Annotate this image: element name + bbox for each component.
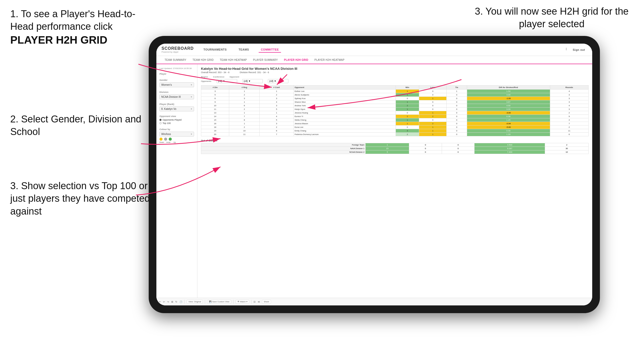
instruction-step3-left: 3. Show selection vs Top 100 or just pla… xyxy=(10,180,154,218)
sub-nav-player-summary[interactable]: PLAYER SUMMARY xyxy=(250,57,281,62)
radio-top100[interactable]: Top 100 xyxy=(159,122,194,124)
out-of-division: Out of division Foreign Team 1 0 0 4.500… xyxy=(201,139,589,154)
out-of-division-title: Out of division xyxy=(201,139,589,142)
sidebar-gender-select[interactable]: Women's xyxy=(159,82,194,87)
sub-nav-player-h2h-heatmap[interactable]: PLAYER H2H HEATMAP xyxy=(311,57,347,62)
opponents-label: Opponents: xyxy=(201,80,212,82)
opponent-select[interactable]: (All) ▼ xyxy=(268,79,288,83)
sidebar-division-select[interactable]: NCAA Division III xyxy=(159,94,194,99)
col-opponent: Opponent xyxy=(293,85,396,90)
toolbar-sep2 xyxy=(205,300,205,304)
col-win: Win xyxy=(396,85,419,90)
filter-opponent-label: Opponent xyxy=(229,76,239,78)
sign-out-btn[interactable]: Sign out xyxy=(571,47,587,52)
sub-nav-team-h2h-grid[interactable]: TEAM H2H GRID xyxy=(189,57,217,62)
sidebar-player-rank-label: Player (Rank) xyxy=(159,103,194,105)
table-row: 14 7 4 Eunice Yi 2 2 0 0.38 9 xyxy=(201,115,589,118)
colour-dots xyxy=(159,138,194,141)
col-rounds: Rounds xyxy=(550,85,588,90)
sidebar-division-section: Division NCAA Division III xyxy=(159,91,194,99)
ood-row: Foreign Team 1 0 0 4.500 2 xyxy=(201,143,589,147)
sub-nav: TEAM SUMMARY TEAM H2H GRID TEAM H2H HEAT… xyxy=(156,56,592,64)
legend-level: Level xyxy=(166,141,170,143)
toolbar-expand[interactable]: ⊡ xyxy=(254,301,256,303)
timestamp: Last Updated: 27/03/2024 16:55:38 xyxy=(159,67,194,70)
sub-nav-team-h2h-heatmap[interactable]: TEAM H2H HEATMAP xyxy=(217,57,250,62)
filter-selects-row: Opponents: (All) ▼ (All) ▼ (All) ▼ xyxy=(201,79,589,83)
toolbar-sep3 xyxy=(233,300,234,304)
radio-selected-icon xyxy=(159,119,162,121)
radio-top100-label: Top 100 xyxy=(163,122,171,124)
table-row: 11 2 5 Heejo Hyun 1 0 0 3.33 3 xyxy=(201,108,589,111)
sidebar-colour-label: Colour by xyxy=(159,128,194,131)
table-row: 13 1 1 Jessica Huang 0 1 0 -3.00 2 xyxy=(201,111,589,115)
col-conf: # Conf xyxy=(260,85,293,90)
filter-opponent: Opponent xyxy=(229,76,239,78)
nav-committee[interactable]: COMMITTEE xyxy=(259,47,281,53)
app-content: SCOREBOARD Powered by clippd TOURNAMENTS… xyxy=(156,44,592,305)
tablet-screen: SCOREBOARD Powered by clippd TOURNAMENTS… xyxy=(156,44,592,305)
top-nav: SCOREBOARD Powered by clippd TOURNAMENTS… xyxy=(156,44,592,56)
logo-text: SCOREBOARD xyxy=(162,46,194,51)
table-row: 20 11 7 Federica Domecq Lacroze 2 1 0 1.… xyxy=(201,133,589,136)
tablet-device: SCOREBOARD Powered by clippd TOURNAMENTS… xyxy=(149,36,600,313)
instruction-step3-right: 3. You will now see H2H grid for the pla… xyxy=(475,5,629,31)
ood-table: Foreign Team 1 0 0 4.500 2 NAIA Division… xyxy=(201,143,589,154)
division-record: Division Record: 331 - 34 - 6 xyxy=(240,71,269,74)
instruction-step1: 1. To see a Player's Head-to-Head perfor… xyxy=(10,8,154,47)
records-row: Overall Record: 353 - 34 - 6 Division Re… xyxy=(201,71,589,74)
table-row: 9 1 4 Sharon Mun 1 0 0 3.67 3 xyxy=(201,100,589,104)
nav-teams[interactable]: TEAMS xyxy=(236,47,251,53)
sidebar-player-rank-section: Player (Rank) 8. Katelyn Vo xyxy=(159,103,194,111)
data-area: Katelyn Vo Head-to-Head Grid for Women's… xyxy=(197,64,592,305)
toolbar-sep4 xyxy=(251,300,251,304)
col-div: # Div xyxy=(201,85,229,90)
main-table: # Div # Reg # Conf Opponent Win Loss Tie… xyxy=(201,85,589,136)
radio-opponents-played[interactable]: Opponents Played xyxy=(159,119,194,121)
bottom-toolbar: ↩ ↩ ↪ ⊞ ↻ 🕐 View: Original 💾 Save Custom… xyxy=(197,298,592,305)
toolbar-view-original[interactable]: View: Original xyxy=(197,300,203,304)
ood-body: Foreign Team 1 0 0 4.500 2 NAIA Division… xyxy=(201,143,589,154)
region-select[interactable]: (All) ▼ xyxy=(217,79,237,83)
sub-nav-team-summary[interactable]: TEAM SUMMARY xyxy=(162,57,189,62)
nav-pipe: | xyxy=(566,47,567,52)
legend-down: Down xyxy=(159,141,164,143)
legend-up: Up xyxy=(174,141,176,143)
ood-row: NAIA Division 1 15 0 0 9.267 30 xyxy=(201,147,589,150)
logo-sub: Powered by clippd xyxy=(162,51,194,53)
table-row: 10 6 3 Andrea York 2 0 0 4.00 4 xyxy=(201,104,589,108)
toolbar-back[interactable]: ≪ xyxy=(258,301,260,303)
table-row: 18 2 2 Euna Lee 0 1 0 -5.00 2 xyxy=(201,126,589,129)
sidebar-gender-label: Gender xyxy=(159,79,194,81)
filter-conference-label: Conference xyxy=(213,76,224,78)
sidebar-colour-select[interactable]: Win/loss xyxy=(159,132,194,137)
sidebar-colour-section: Colour by Win/loss Down Level Up xyxy=(159,128,194,143)
sidebar-opponent-view-section: Opponent view Opponents Played Top 100 xyxy=(159,115,194,124)
table-row: 5 2 2 Alexis Sudijanto 1 0 0 4.00 3 xyxy=(201,93,589,97)
col-loss: Loss xyxy=(419,85,447,90)
sidebar-player-label: Player xyxy=(159,73,194,75)
ood-row: NCAA Division 2 5 0 0 7.400 10 xyxy=(201,150,589,154)
sidebar-opponent-view-label: Opponent view xyxy=(159,115,194,118)
sub-nav-player-h2h-grid[interactable]: PLAYER H2H GRID xyxy=(281,57,311,62)
table-row: 15 8 5 Stella Cheng 1 0 0 1.25 4 xyxy=(201,118,589,122)
col-tie: Tie xyxy=(447,85,467,90)
toolbar-watch[interactable]: 👁 Watch ▾ xyxy=(236,300,249,304)
toolbar-save-custom[interactable]: 💾 Save Custom View xyxy=(207,300,231,304)
table-row: 16 1 3 Jessica Mason 1 2 0 -0.94 7 xyxy=(201,122,589,126)
sidebar-player-rank-select[interactable]: 8. Katelyn Vo xyxy=(159,107,194,111)
dot-gray xyxy=(164,138,167,141)
nav-right: | Sign out xyxy=(566,47,587,52)
toolbar-share[interactable]: Share xyxy=(262,300,271,304)
nav-tournaments[interactable]: TOURNAMENTS xyxy=(202,47,229,53)
filter-conference: Conference xyxy=(213,76,224,78)
sidebar-division-label: Division xyxy=(159,91,194,93)
conference-select[interactable]: (All) ▼ xyxy=(242,79,263,83)
table-body: 3 1 1 Esther Lee 1 0 1 1.50 4 5 2 2 Alex… xyxy=(201,90,589,136)
sidebar-gender-section: Gender Women's xyxy=(159,79,194,87)
filter-region: Region xyxy=(201,76,208,78)
col-diff: Diff Av Strokes/Rnd xyxy=(467,85,550,90)
sidebar-player-section: Player xyxy=(159,73,194,75)
col-reg: # Reg xyxy=(229,85,260,90)
page-title: Katelyn Vo Head-to-Head Grid for Women's… xyxy=(201,67,589,71)
